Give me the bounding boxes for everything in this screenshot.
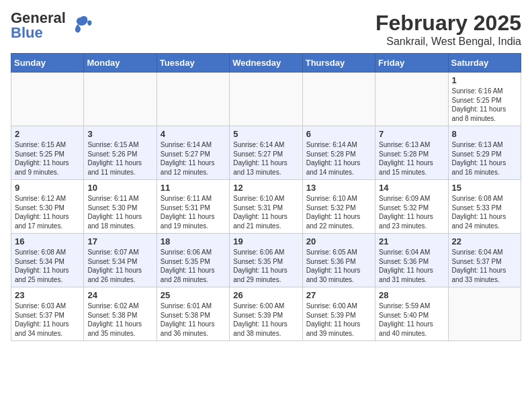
calendar-table: SundayMondayTuesdayWednesdayThursdayFrid… bbox=[11, 53, 521, 341]
day-number: 10 bbox=[87, 183, 152, 193]
day-info: Sunrise: 6:10 AM Sunset: 5:32 PM Dayligh… bbox=[306, 194, 371, 230]
day-info: Sunrise: 6:04 AM Sunset: 5:37 PM Dayligh… bbox=[452, 248, 517, 284]
calendar-cell: 15Sunrise: 6:08 AM Sunset: 5:33 PM Dayli… bbox=[448, 180, 521, 234]
calendar-cell: 24Sunrise: 6:02 AM Sunset: 5:38 PM Dayli… bbox=[84, 287, 157, 341]
day-info: Sunrise: 6:09 AM Sunset: 5:32 PM Dayligh… bbox=[379, 194, 444, 230]
day-info: Sunrise: 6:06 AM Sunset: 5:35 PM Dayligh… bbox=[161, 248, 226, 284]
day-number: 21 bbox=[379, 236, 444, 246]
day-number: 18 bbox=[161, 236, 226, 246]
calendar-header-tuesday: Tuesday bbox=[157, 54, 229, 73]
calendar-cell: 13Sunrise: 6:10 AM Sunset: 5:32 PM Dayli… bbox=[302, 180, 375, 234]
day-info: Sunrise: 6:15 AM Sunset: 5:25 PM Dayligh… bbox=[15, 140, 80, 177]
calendar-cell bbox=[230, 73, 302, 126]
title-area: February 2025 Sankrail, West Bengal, Ind… bbox=[375, 11, 521, 48]
day-info: Sunrise: 6:05 AM Sunset: 5:36 PM Dayligh… bbox=[306, 248, 371, 284]
calendar-cell bbox=[375, 73, 448, 126]
day-number: 7 bbox=[379, 129, 444, 139]
day-info: Sunrise: 6:10 AM Sunset: 5:31 PM Dayligh… bbox=[233, 194, 298, 230]
calendar-cell: 17Sunrise: 6:07 AM Sunset: 5:34 PM Dayli… bbox=[84, 234, 157, 287]
calendar-cell bbox=[302, 73, 375, 126]
day-number: 25 bbox=[161, 290, 226, 300]
day-number: 19 bbox=[233, 236, 298, 246]
day-number: 2 bbox=[15, 129, 80, 139]
calendar-cell: 3Sunrise: 6:15 AM Sunset: 5:26 PM Daylig… bbox=[84, 126, 157, 180]
day-number: 1 bbox=[452, 75, 517, 85]
calendar-cell: 26Sunrise: 6:00 AM Sunset: 5:39 PM Dayli… bbox=[230, 287, 302, 341]
calendar-week-row: 16Sunrise: 6:08 AM Sunset: 5:34 PM Dayli… bbox=[11, 234, 521, 287]
logo-general: General bbox=[11, 11, 66, 26]
calendar-cell: 18Sunrise: 6:06 AM Sunset: 5:35 PM Dayli… bbox=[157, 234, 229, 287]
calendar-cell: 1Sunrise: 6:16 AM Sunset: 5:25 PM Daylig… bbox=[448, 73, 521, 126]
day-info: Sunrise: 6:13 AM Sunset: 5:28 PM Dayligh… bbox=[379, 140, 444, 177]
day-info: Sunrise: 6:15 AM Sunset: 5:26 PM Dayligh… bbox=[87, 140, 152, 177]
day-info: Sunrise: 6:03 AM Sunset: 5:37 PM Dayligh… bbox=[15, 302, 80, 338]
calendar-header-monday: Monday bbox=[84, 54, 157, 73]
day-number: 13 bbox=[306, 183, 371, 193]
day-info: Sunrise: 6:14 AM Sunset: 5:28 PM Dayligh… bbox=[306, 140, 371, 177]
calendar-cell: 28Sunrise: 5:59 AM Sunset: 5:40 PM Dayli… bbox=[375, 287, 448, 341]
month-title: February 2025 bbox=[375, 11, 521, 36]
calendar-cell bbox=[84, 73, 157, 126]
calendar-cell: 6Sunrise: 6:14 AM Sunset: 5:28 PM Daylig… bbox=[302, 126, 375, 180]
day-number: 4 bbox=[161, 129, 226, 139]
day-number: 11 bbox=[161, 183, 226, 193]
calendar-cell: 21Sunrise: 6:04 AM Sunset: 5:36 PM Dayli… bbox=[375, 234, 448, 287]
day-info: Sunrise: 6:08 AM Sunset: 5:34 PM Dayligh… bbox=[15, 248, 80, 284]
location-subtitle: Sankrail, West Bengal, India bbox=[375, 36, 521, 48]
calendar-cell: 20Sunrise: 6:05 AM Sunset: 5:36 PM Dayli… bbox=[302, 234, 375, 287]
calendar-header-wednesday: Wednesday bbox=[230, 54, 302, 73]
day-info: Sunrise: 6:06 AM Sunset: 5:35 PM Dayligh… bbox=[233, 248, 298, 284]
calendar-cell: 7Sunrise: 6:13 AM Sunset: 5:28 PM Daylig… bbox=[375, 126, 448, 180]
calendar-week-row: 2Sunrise: 6:15 AM Sunset: 5:25 PM Daylig… bbox=[11, 126, 521, 180]
logo-blue: Blue bbox=[11, 26, 66, 40]
day-info: Sunrise: 6:07 AM Sunset: 5:34 PM Dayligh… bbox=[87, 248, 152, 284]
calendar-cell: 5Sunrise: 6:14 AM Sunset: 5:27 PM Daylig… bbox=[230, 126, 302, 180]
day-info: Sunrise: 6:11 AM Sunset: 5:31 PM Dayligh… bbox=[161, 194, 226, 230]
calendar-header-sunday: Sunday bbox=[11, 54, 84, 73]
day-info: Sunrise: 6:12 AM Sunset: 5:30 PM Dayligh… bbox=[15, 194, 80, 230]
day-number: 8 bbox=[452, 129, 517, 139]
calendar-cell: 8Sunrise: 6:13 AM Sunset: 5:29 PM Daylig… bbox=[448, 126, 521, 180]
day-info: Sunrise: 6:14 AM Sunset: 5:27 PM Dayligh… bbox=[161, 140, 226, 177]
calendar-header-row: SundayMondayTuesdayWednesdayThursdayFrid… bbox=[11, 54, 521, 73]
calendar-cell bbox=[11, 73, 84, 126]
day-number: 20 bbox=[306, 236, 371, 246]
calendar-header-saturday: Saturday bbox=[448, 54, 521, 73]
day-number: 3 bbox=[87, 129, 152, 139]
calendar-cell: 12Sunrise: 6:10 AM Sunset: 5:31 PM Dayli… bbox=[230, 180, 302, 234]
calendar-cell: 11Sunrise: 6:11 AM Sunset: 5:31 PM Dayli… bbox=[157, 180, 229, 234]
day-number: 27 bbox=[306, 290, 371, 300]
calendar-cell: 25Sunrise: 6:01 AM Sunset: 5:38 PM Dayli… bbox=[157, 287, 229, 341]
logo: General Blue bbox=[11, 11, 93, 40]
day-info: Sunrise: 6:04 AM Sunset: 5:36 PM Dayligh… bbox=[379, 248, 444, 284]
calendar-cell: 23Sunrise: 6:03 AM Sunset: 5:37 PM Dayli… bbox=[11, 287, 84, 341]
day-info: Sunrise: 6:01 AM Sunset: 5:38 PM Dayligh… bbox=[161, 302, 226, 338]
day-number: 12 bbox=[233, 183, 298, 193]
calendar-week-row: 1Sunrise: 6:16 AM Sunset: 5:25 PM Daylig… bbox=[11, 73, 521, 126]
day-number: 5 bbox=[233, 129, 298, 139]
calendar-cell: 22Sunrise: 6:04 AM Sunset: 5:37 PM Dayli… bbox=[448, 234, 521, 287]
day-number: 16 bbox=[15, 236, 80, 246]
day-number: 17 bbox=[87, 236, 152, 246]
day-info: Sunrise: 6:11 AM Sunset: 5:30 PM Dayligh… bbox=[87, 194, 152, 230]
day-info: Sunrise: 6:13 AM Sunset: 5:29 PM Dayligh… bbox=[452, 140, 517, 177]
day-info: Sunrise: 6:16 AM Sunset: 5:25 PM Dayligh… bbox=[452, 87, 517, 123]
calendar-cell bbox=[448, 287, 521, 341]
day-info: Sunrise: 6:14 AM Sunset: 5:27 PM Dayligh… bbox=[233, 140, 298, 177]
page-header: General Blue February 2025 Sankrail, Wes… bbox=[11, 11, 521, 48]
calendar-week-row: 23Sunrise: 6:03 AM Sunset: 5:37 PM Dayli… bbox=[11, 287, 521, 341]
day-number: 6 bbox=[306, 129, 371, 139]
calendar-cell: 14Sunrise: 6:09 AM Sunset: 5:32 PM Dayli… bbox=[375, 180, 448, 234]
day-info: Sunrise: 5:59 AM Sunset: 5:40 PM Dayligh… bbox=[379, 302, 444, 338]
calendar-header-friday: Friday bbox=[375, 54, 448, 73]
day-number: 9 bbox=[15, 183, 80, 193]
calendar-cell: 27Sunrise: 6:00 AM Sunset: 5:39 PM Dayli… bbox=[302, 287, 375, 341]
calendar-week-row: 9Sunrise: 6:12 AM Sunset: 5:30 PM Daylig… bbox=[11, 180, 521, 234]
calendar-cell: 2Sunrise: 6:15 AM Sunset: 5:25 PM Daylig… bbox=[11, 126, 84, 180]
logo-bird-icon bbox=[69, 12, 93, 36]
day-number: 28 bbox=[379, 290, 444, 300]
calendar-cell: 19Sunrise: 6:06 AM Sunset: 5:35 PM Dayli… bbox=[230, 234, 302, 287]
day-number: 23 bbox=[15, 290, 80, 300]
calendar-cell: 4Sunrise: 6:14 AM Sunset: 5:27 PM Daylig… bbox=[157, 126, 229, 180]
day-number: 14 bbox=[379, 183, 444, 193]
